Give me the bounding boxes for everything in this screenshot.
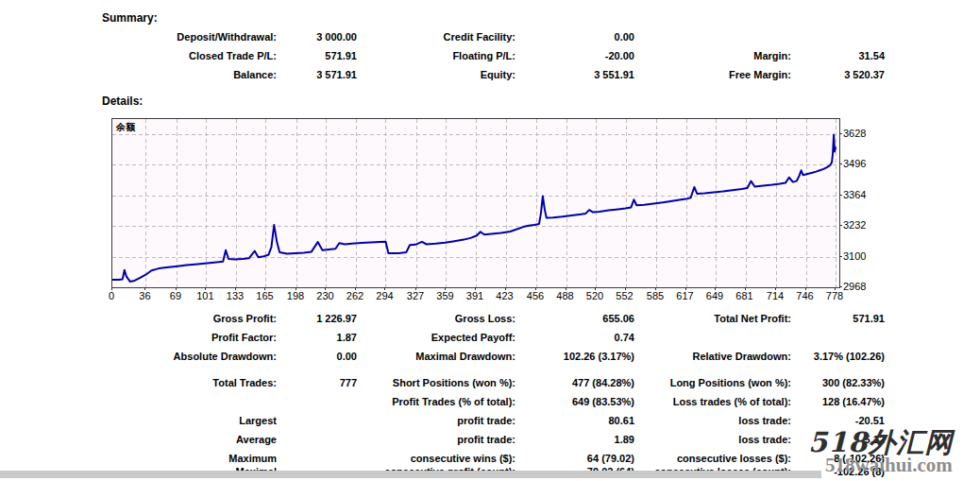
x-axis-tick-label: 585 (641, 290, 669, 301)
stat-label: loss trade: (636, 433, 791, 446)
details-section-title: Details: (102, 94, 143, 108)
summary-value: 571.91 (280, 49, 357, 62)
stat-label: Maximum (94, 452, 277, 465)
stat-label: Total Net Profit: (636, 312, 791, 325)
x-axis-tick-label: 391 (461, 290, 489, 301)
stat-value: 80.61 (521, 414, 634, 427)
x-axis-tick (625, 287, 626, 290)
x-axis-tick (415, 287, 416, 290)
y-axis-tick (839, 256, 842, 257)
summary-label: Deposit/Withdrawal: (94, 30, 277, 43)
x-axis-tick-label: 423 (491, 290, 519, 301)
x-axis-tick (176, 287, 177, 290)
summary-label: Balance: (94, 68, 277, 81)
x-axis-tick-label: 456 (521, 290, 549, 301)
x-axis-tick-label: 359 (431, 290, 459, 301)
stat-label: Gross Profit: (94, 312, 277, 325)
y-axis-tick-label: 3496 (843, 158, 866, 169)
stat-value: 777 (280, 376, 357, 389)
x-axis-tick (264, 287, 265, 290)
stat-value: 1 226.97 (280, 312, 357, 325)
x-axis-tick-label: 0 (97, 290, 126, 301)
summary-label: Credit Facility: (359, 30, 515, 43)
x-axis-tick (384, 287, 385, 290)
x-axis-tick (355, 287, 356, 290)
x-axis-tick-label: 294 (370, 290, 398, 301)
x-axis-tick (595, 287, 596, 290)
x-axis-tick-label: 327 (401, 290, 430, 301)
y-axis-tick (839, 195, 842, 196)
x-axis-tick-label: 488 (551, 290, 580, 301)
x-axis-tick (835, 287, 836, 290)
summary-label: Closed Trade P/L: (94, 49, 277, 62)
stat-value: 102.26 (3.17%) (521, 350, 634, 363)
stat-value: 3.17% (102.26) (797, 350, 885, 363)
x-axis-tick (745, 287, 746, 290)
x-axis-tick-label: 230 (311, 290, 339, 301)
stat-label: consecutive wins ($): (359, 452, 515, 465)
x-axis-tick (715, 287, 716, 290)
stat-value: 1.87 (280, 331, 357, 344)
stat-label: Average (94, 433, 277, 446)
stat-value: 300 (82.33%) (797, 376, 885, 389)
stat-value: 128 (16.47%) (797, 395, 885, 408)
summary-label: Floating P/L: (359, 49, 515, 62)
summary-value: 3 000.00 (280, 30, 357, 43)
window-bottom-strip (0, 471, 821, 478)
x-axis-tick-label: 69 (161, 290, 190, 301)
stat-value: 655.06 (521, 312, 634, 325)
x-axis-tick (325, 287, 326, 290)
x-axis-tick (205, 287, 206, 290)
x-axis-tick (475, 287, 476, 290)
stat-label: Profit Factor: (94, 331, 277, 344)
stat-label: Gross Loss: (359, 312, 515, 325)
stat-label: Absolute Drawdown: (94, 350, 277, 363)
x-axis-tick-label: 198 (281, 290, 310, 301)
stat-label: profit trade: (359, 414, 515, 427)
x-axis-tick (655, 287, 656, 290)
stat-label: Loss trades (% of total): (636, 395, 791, 408)
x-axis-tick-label: 262 (341, 290, 369, 301)
y-axis-tick-label: 3100 (843, 250, 866, 262)
stat-label: Relative Drawdown: (636, 350, 791, 363)
x-axis-tick-label: 617 (671, 290, 700, 301)
summary-value: 3 551.91 (521, 68, 634, 81)
x-axis-tick-label: 520 (581, 290, 609, 301)
stat-value: 64 (79.02) (521, 452, 634, 465)
summary-value: 31.54 (797, 49, 885, 62)
x-axis-tick (775, 287, 776, 290)
balance-chart: 余额 (111, 118, 840, 288)
stat-label: profit trade: (359, 433, 515, 446)
x-axis-tick (805, 287, 806, 290)
y-axis-tick-label: 3364 (843, 189, 866, 200)
watermark-518waihui-url: 518waihui.com (825, 454, 953, 477)
summary-value: -20.00 (521, 49, 634, 62)
chart-legend-balance: 余额 (116, 121, 135, 134)
stat-value: 477 (84.28%) (521, 376, 634, 389)
x-axis-tick (235, 287, 236, 290)
y-axis-tick (839, 133, 842, 134)
x-axis-tick-label: 746 (791, 290, 819, 301)
x-axis-tick (685, 287, 686, 290)
stat-label: Profit Trades (% of total): (359, 395, 515, 408)
stat-value: 0.00 (280, 350, 357, 363)
x-axis-tick-label: 649 (701, 290, 729, 301)
y-axis-tick-label: 3628 (843, 128, 866, 139)
y-axis-tick-label: 3232 (843, 219, 866, 231)
stat-label: Long Positions (won %): (636, 376, 791, 389)
x-axis-tick (111, 287, 112, 290)
x-axis-tick (566, 287, 566, 290)
stat-label: Largest (94, 414, 277, 427)
y-axis-tick (839, 225, 842, 226)
stat-value: 1.89 (521, 433, 634, 446)
balance-chart-canvas (112, 119, 839, 287)
summary-value: 0.00 (521, 30, 634, 43)
x-axis-tick-label: 133 (221, 290, 249, 301)
x-axis-tick-label: 101 (191, 290, 219, 301)
summary-section-title: Summary: (102, 11, 158, 25)
stat-value: 571.91 (797, 312, 885, 325)
x-axis-tick (505, 287, 506, 290)
summary-value: 3 571.91 (280, 68, 357, 81)
y-axis-tick (839, 286, 842, 287)
summary-label: Free Margin: (636, 68, 791, 81)
